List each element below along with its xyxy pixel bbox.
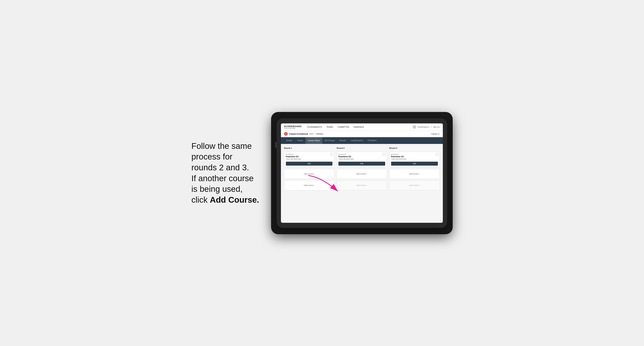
tab-printables[interactable]: Printables [365,137,379,144]
round-2-edit-button[interactable]: Edit [338,162,385,166]
nav-right: blair@clippd.io | Sign out [412,125,440,129]
sign-out-link[interactable]: Sign out [433,126,440,128]
round-2-course-wrapper: (Course A) Peachtree GC Yellow (M) (6629… [336,152,387,167]
clippd-icon: C [284,132,288,136]
main-content: Round 1 (Course A) Peachtree GC Yellow (… [281,144,443,223]
cancel-button[interactable]: Cancel ✕ [431,133,440,135]
user-email: blair@clippd.io [418,126,430,128]
men-badge: (Men) [309,133,314,135]
round-1-course-details: Yellow (M) (6629 yds) [286,158,333,160]
tab-tee-groups[interactable]: Tee Groups [322,137,337,144]
tab-results[interactable]: Results [337,137,348,144]
round-3-course-name: Peachtree GC [391,156,438,158]
round-3-edit-button[interactable]: Edit [391,162,438,166]
round-3-title: Round 3 [389,147,440,149]
top-nav: SCOREBOARD Powered by clippd TOURNAMENTS… [281,123,443,131]
round-2-add-course-2-label: Add Course + [356,184,367,186]
round-1-course-wrapper: (Course A) Peachtree GC Yellow (M) (6629… [284,152,334,167]
tab-bar: Details Teams Course Setup Tee Groups Re… [281,137,443,144]
nav-tournaments[interactable]: TOURNAMENTS [306,126,322,128]
tab-leaderboards[interactable]: Leaderboards [348,137,366,144]
round-1-add-course-2[interactable]: Add Course + [284,180,334,190]
tablet-screen: SCOREBOARD Powered by clippd TOURNAMENTS… [281,123,443,223]
logo-title: SCOREBOARD [284,125,302,128]
sub-header: C Clippd Invitational (Men) Hosting Canc… [281,131,443,137]
tournament-name: Clippd Invitational [289,133,308,135]
scoreboard-logo: SCOREBOARD Powered by clippd [284,125,302,129]
rounds-grid: Round 1 (Course A) Peachtree GC Yellow (… [284,147,440,190]
instruction-text: Follow the same process for rounds 2 and… [191,141,259,204]
page-wrapper: Follow the same process for rounds 2 and… [8,112,636,234]
round-2-add-course[interactable]: Add Course + [336,169,387,179]
round-1-column: Round 1 (Course A) Peachtree GC Yellow (… [284,147,334,190]
nav-rankings[interactable]: RANKINGS [353,126,364,128]
round-1-delete-button[interactable]: × [330,153,333,156]
nav-separator: | [431,126,431,128]
tab-teams[interactable]: Teams [295,137,305,144]
round-1-add-course[interactable]: Add Course + [284,169,334,179]
hosting-badge: Hosting [315,133,324,135]
round-1-course-card: (Course A) Peachtree GC Yellow (M) (6629… [284,152,334,167]
round-3-course-label: (Course A) [391,153,438,155]
round-3-course-card: (Course A) Peachtree GC Yellow (M) (6629… [389,152,440,167]
round-2-course-name: Peachtree GC [338,156,385,158]
round-2-course-label: (Course A) [338,153,385,155]
tab-course-setup[interactable]: Course Setup [306,137,322,144]
round-2-title: Round 2 [336,147,387,149]
round-3-add-course[interactable]: Add Course + [389,169,440,179]
round-3-add-course-label: Add Course + [409,173,420,175]
round-2-course-card: (Course A) Peachtree GC Yellow (M) (6629… [336,152,387,167]
tablet-frame: SCOREBOARD Powered by clippd TOURNAMENTS… [271,112,453,234]
round-1-edit-button[interactable]: Edit [286,162,333,166]
round-3-course-wrapper: (Course A) Peachtree GC Yellow (M) (6629… [389,152,440,167]
round-1-title: Round 1 [284,147,334,149]
nav-teams[interactable]: TEAMS [326,126,334,128]
logo-subtitle: Powered by clippd [284,128,302,129]
round-2-delete-button[interactable]: × [382,153,386,156]
round-1-add-course-2-label: Add Course + [304,184,314,186]
nav-links: TOURNAMENTS TEAMS COMMITTEE RANKINGS [306,126,412,128]
instruction-panel: Follow the same process for rounds 2 and… [191,141,259,205]
user-avatar [412,125,416,129]
round-1-add-course-label: Add Course + [304,173,314,175]
round-3-course-details: Yellow (M) (6629 yds) [391,158,438,160]
tab-details[interactable]: Details [284,137,295,144]
round-3-delete-button[interactable]: × [435,153,438,156]
round-3-add-course-2: Add Course + [389,180,440,190]
round-2-add-course-2: Add Course + [336,180,387,190]
round-1-course-label: (Course A) [286,153,333,155]
round-2-add-course-label: Add Course + [356,173,367,175]
round-3-column: Round 3 (Course A) Peachtree GC Yellow (… [389,147,440,190]
nav-committee[interactable]: COMMITTEE [337,126,350,128]
round-2-course-details: Yellow (M) (6629 yds) [338,158,385,160]
round-3-add-course-2-label: Add Course + [409,184,420,186]
round-1-course-name: Peachtree GC [286,156,333,158]
round-2-column: Round 2 (Course A) Peachtree GC Yellow (… [336,147,387,190]
